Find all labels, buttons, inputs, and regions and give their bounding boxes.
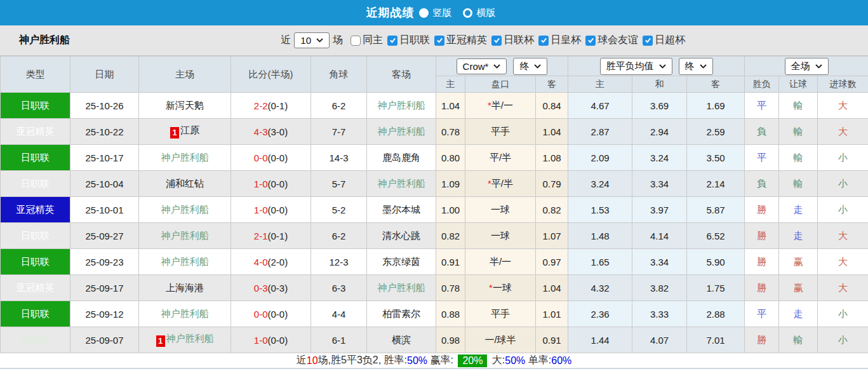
europe-odds-select[interactable]: 胜平负均值 bbox=[600, 58, 672, 75]
home-team-name: 浦和红钻 bbox=[166, 178, 204, 189]
radio-horizontal-label[interactable]: 横版 bbox=[477, 7, 496, 19]
home-team[interactable]: 神户胜利船 bbox=[139, 145, 231, 171]
check-icon bbox=[436, 37, 443, 44]
col-header-score: 比分(半场) bbox=[231, 57, 311, 93]
full-score: 2-2 bbox=[254, 100, 268, 111]
handicap-result-cell: 赢 bbox=[779, 249, 818, 275]
match-date: 25-10-04 bbox=[70, 171, 139, 197]
half-score: (0-0) bbox=[268, 309, 288, 320]
radio-vertical-layout[interactable] bbox=[419, 8, 429, 18]
league-checkbox[interactable] bbox=[491, 36, 502, 46]
handicap-home-odds: 0.82 bbox=[436, 223, 465, 249]
goals-result-cell: 大 bbox=[818, 223, 868, 249]
away-team[interactable]: 东京绿茵 bbox=[367, 249, 436, 275]
handicap-home-odds: 1.09 bbox=[436, 171, 465, 197]
away-team[interactable]: 神户胜利船 bbox=[367, 119, 436, 145]
odds-away-win: 2.59 bbox=[687, 119, 745, 145]
half-score: (0-1) bbox=[268, 100, 288, 111]
home-team[interactable]: 神户胜利船 bbox=[139, 197, 231, 223]
odds-home-win: 1.48 bbox=[568, 223, 632, 249]
filter-bar: 神户胜利船 近 10 场 同主 日职联亚冠精英日联杯日皇杯球会友谊日超杯 bbox=[0, 25, 868, 56]
league-checkbox[interactable] bbox=[643, 36, 653, 46]
away-team[interactable]: 神户胜利船 bbox=[367, 171, 436, 197]
score-cell: 1-0(0-0) bbox=[231, 171, 311, 197]
goals-result-cell: 小 bbox=[818, 197, 868, 223]
scope-select[interactable]: 全场 bbox=[785, 58, 829, 75]
chevron-down-icon bbox=[700, 64, 707, 69]
home-team[interactable]: 神户胜利船 bbox=[139, 249, 231, 275]
home-team[interactable]: 神户胜利船 bbox=[139, 301, 231, 327]
handicap-result-cell: 輸 bbox=[779, 145, 818, 171]
col-header-corners: 角球 bbox=[311, 57, 367, 93]
away-team[interactable]: 鹿岛鹿角 bbox=[367, 145, 436, 171]
handicap-home-odds: 0.78 bbox=[436, 119, 465, 145]
league-checkbox[interactable] bbox=[434, 36, 444, 46]
corners-cell: 12-3 bbox=[311, 249, 367, 275]
home-team[interactable]: 神户胜利船 bbox=[139, 223, 231, 249]
score-cell: 1-0(0-0) bbox=[231, 197, 311, 223]
match-date: 25-09-27 bbox=[70, 223, 139, 249]
odds-time-select[interactable]: 终 bbox=[513, 58, 547, 75]
match-date: 25-10-26 bbox=[70, 93, 139, 119]
match-date: 25-09-12 bbox=[70, 301, 139, 327]
away-team-name: 神户胜利船 bbox=[378, 178, 425, 189]
odds-home-win: 2.36 bbox=[568, 301, 632, 327]
summary-segment: 赢率: bbox=[427, 354, 456, 367]
odds-away-win: 5.87 bbox=[687, 197, 745, 223]
handicap-home-odds: 0.80 bbox=[436, 145, 465, 171]
full-score: 4-3 bbox=[254, 126, 268, 137]
red-card-badge: 1 bbox=[170, 127, 179, 138]
odds-draw: 3.82 bbox=[632, 275, 687, 301]
handicap-away-odds: 1.01 bbox=[536, 301, 568, 327]
away-team[interactable]: 横滨 bbox=[367, 327, 436, 353]
home-team[interactable]: 新泻天鹅 bbox=[139, 93, 231, 119]
home-team[interactable]: 1江原 bbox=[139, 119, 231, 145]
handicap-away-odds: 1.07 bbox=[536, 223, 568, 249]
odds-away-win: 3.50 bbox=[687, 145, 745, 171]
home-team[interactable]: 浦和红钻 bbox=[139, 171, 231, 197]
league-checkbox[interactable] bbox=[387, 36, 397, 46]
home-team[interactable]: 1神户胜利船 bbox=[139, 327, 231, 353]
handicap-result-cell: 走 bbox=[779, 197, 818, 223]
league-checkbox[interactable] bbox=[585, 36, 596, 46]
odds-away-win: 7.01 bbox=[687, 327, 745, 353]
europe-time-select[interactable]: 终 bbox=[679, 58, 713, 75]
match-count-select[interactable]: 10 bbox=[294, 32, 330, 48]
radio-horizontal-layout[interactable] bbox=[463, 8, 472, 18]
handicap-away-odds: 0.82 bbox=[536, 197, 568, 223]
corners-cell: 6-1 bbox=[311, 327, 367, 353]
goals-result-cell: 大 bbox=[818, 93, 868, 119]
radio-vertical-label[interactable]: 竖版 bbox=[433, 7, 452, 19]
handicap-result-cell: 赢 bbox=[779, 275, 818, 301]
league-checkbox[interactable] bbox=[538, 36, 549, 46]
half-score: (0-0) bbox=[268, 152, 288, 163]
away-team[interactable]: 神户胜利船 bbox=[367, 93, 436, 119]
red-card-badge: 1 bbox=[156, 335, 165, 347]
handicap-result-cell: 輸 bbox=[779, 327, 818, 353]
odds-away-win: 1.69 bbox=[687, 93, 745, 119]
handicap-line: 平手 bbox=[465, 301, 536, 327]
chevron-down-icon bbox=[493, 64, 500, 69]
table-row: 亚冠精英25-10-01神户胜利船1-0(0-0)5-2墨尔本城1.00一球0.… bbox=[1, 197, 868, 223]
corners-cell: 6-3 bbox=[311, 275, 367, 301]
match-date: 25-10-01 bbox=[70, 197, 139, 223]
page-title: 近期战绩 bbox=[366, 5, 415, 20]
table-row: 日职联25-10-26新泻天鹅2-2(0-1)6-2神户胜利船1.04*半/一0… bbox=[1, 93, 868, 119]
odds-source-select[interactable]: Crow* bbox=[457, 58, 507, 74]
result-cell: 勝 bbox=[745, 249, 779, 275]
away-team[interactable]: 清水心跳 bbox=[367, 223, 436, 249]
league-badge: 亚冠精英 bbox=[1, 275, 70, 301]
same-home-checkbox[interactable] bbox=[351, 36, 361, 46]
handicap-home-odds: 1.04 bbox=[436, 93, 465, 119]
handicap-away-odds: 1.04 bbox=[536, 275, 568, 301]
near-label: 近 bbox=[281, 34, 291, 47]
home-team[interactable]: 上海海港 bbox=[139, 275, 231, 301]
result-cell: 平 bbox=[745, 301, 779, 327]
away-team[interactable]: 墨尔本城 bbox=[367, 197, 436, 223]
handicap-away-odds: 1.08 bbox=[536, 145, 568, 171]
odds-home-win: 3.24 bbox=[568, 171, 632, 197]
away-team[interactable]: 神户胜利船 bbox=[367, 275, 436, 301]
away-team[interactable]: 柏雷素尔 bbox=[367, 301, 436, 327]
subheader-handicap-result: 让球 bbox=[779, 76, 818, 93]
away-team-name: 清水心跳 bbox=[382, 230, 420, 241]
